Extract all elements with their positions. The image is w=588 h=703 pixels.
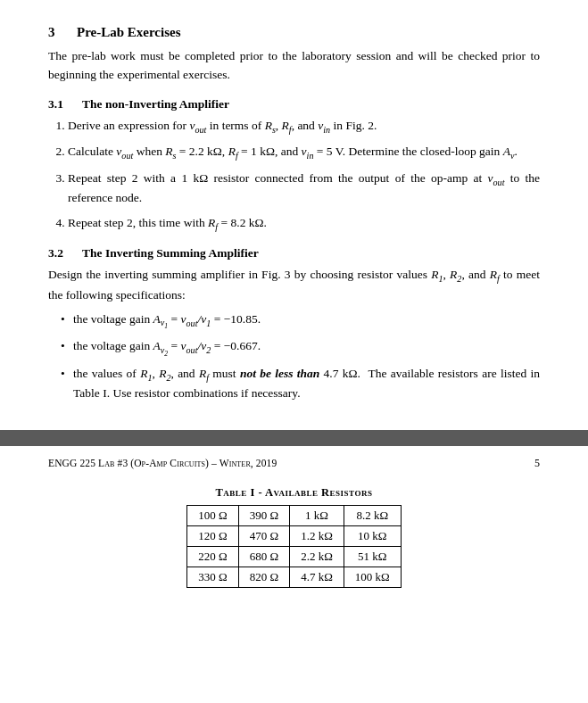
table-cell: 1.2 kΩ (290, 525, 344, 546)
table-container: Table I - Available Resistors 100 Ω390 Ω… (48, 486, 540, 588)
table-cell: 470 Ω (238, 525, 289, 546)
table-row: 330 Ω820 Ω4.7 kΩ100 kΩ (187, 567, 401, 587)
table-cell: 2.2 kΩ (290, 546, 344, 567)
table-cell: 220 Ω (187, 546, 238, 567)
table-cell: 100 kΩ (344, 567, 401, 587)
section31-title: The non-Inverting Amplifier (82, 97, 229, 112)
table-cell: 1 kΩ (290, 505, 344, 525)
table-cell: 680 Ω (238, 546, 289, 567)
resistor-table: 100 Ω390 Ω1 kΩ8.2 kΩ120 Ω470 Ω1.2 kΩ10 k… (186, 505, 401, 588)
footer-title: ENGG 225 Lab #3 (Op-Amp Circuits) – Wint… (48, 458, 277, 468)
separator-bar (0, 430, 588, 446)
list-item: the values of R1, R2, and Rf must not be… (61, 365, 540, 403)
list-item: Calculate vout when Rs = 2.2 kΩ, Rf = 1 … (68, 143, 540, 162)
table-cell: 330 Ω (187, 567, 238, 587)
section32-number: 3.2 (48, 246, 73, 261)
table-cell: 10 kΩ (344, 525, 401, 546)
footer-area: ENGG 225 Lab #3 (Op-Amp Circuits) – Wint… (0, 446, 588, 588)
table-cell: 120 Ω (187, 525, 238, 546)
table-cell: 8.2 kΩ (344, 505, 401, 525)
list-item: the voltage gain Av2 = vout/v2 = −0.667. (61, 337, 540, 359)
list-item: Repeat step 2, this time with Rf = 8.2 k… (68, 214, 540, 234)
table-row: 120 Ω470 Ω1.2 kΩ10 kΩ (187, 525, 401, 546)
list-item: Derive an expression for vout in terms o… (68, 117, 540, 136)
table-row: 220 Ω680 Ω2.2 kΩ51 kΩ (187, 546, 401, 567)
section3-title: Pre-Lab Exercises (77, 25, 181, 40)
section3-number: 3 (48, 25, 64, 40)
section31-number: 3.1 (48, 97, 73, 112)
math-vout: vout (189, 119, 206, 132)
table-cell: 820 Ω (238, 567, 289, 587)
table-row: 100 Ω390 Ω1 kΩ8.2 kΩ (187, 505, 401, 525)
table-cell: 51 kΩ (344, 546, 401, 567)
section32-intro: Design the inverting summing amplifier i… (48, 266, 540, 304)
footer-line: ENGG 225 Lab #3 (Op-Amp Circuits) – Wint… (48, 457, 540, 470)
footer-page: 5 (534, 457, 540, 470)
table-cell: 4.7 kΩ (290, 567, 344, 587)
section31-list: Derive an expression for vout in terms o… (68, 117, 540, 234)
main-content: 3 Pre-Lab Exercises The pre-lab work mus… (0, 0, 588, 403)
section31-header: 3.1 The non-Inverting Amplifier (48, 97, 540, 112)
section32-header: 3.2 The Inverting Summing Amplifier (48, 246, 540, 261)
table-cell: 100 Ω (187, 505, 238, 525)
list-item: the voltage gain Av1 = vout/v1 = −10.85. (61, 310, 540, 332)
list-item: Repeat step 2 with a 1 kΩ resistor conne… (68, 170, 540, 208)
table-cell: 390 Ω (238, 505, 289, 525)
table-caption: Table I - Available Resistors (48, 486, 540, 500)
section3-header: 3 Pre-Lab Exercises (48, 25, 540, 40)
section32-title: The Inverting Summing Amplifier (82, 246, 259, 261)
section3-intro: The pre-lab work must be completed prior… (48, 47, 540, 85)
section32-bullets: the voltage gain Av1 = vout/v1 = −10.85.… (61, 310, 540, 403)
table-body: 100 Ω390 Ω1 kΩ8.2 kΩ120 Ω470 Ω1.2 kΩ10 k… (187, 505, 401, 587)
